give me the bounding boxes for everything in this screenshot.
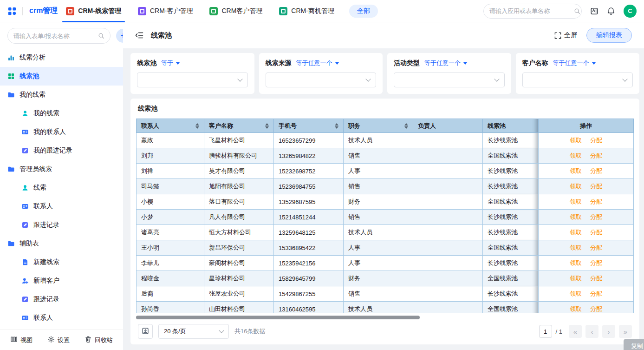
table-cell	[413, 256, 483, 271]
action-claim-link[interactable]: 领取	[570, 183, 582, 190]
action-assign-link[interactable]: 分配	[590, 183, 602, 190]
pagination-next-button[interactable]	[602, 325, 615, 338]
sidebar-item-6[interactable]: 管理员线索	[0, 160, 123, 178]
tab-0[interactable]: CRM-线索管理	[58, 0, 130, 22]
sidebar-item-13[interactable]: 跟进记录	[0, 290, 123, 309]
action-claim-link[interactable]: 领取	[570, 167, 582, 174]
action-claim-link[interactable]: 领取	[570, 198, 582, 205]
sidebar-footer-views[interactable]: 视图	[10, 336, 33, 344]
col-header-5: 线索池	[483, 119, 539, 133]
action-assign-link[interactable]: 分配	[590, 152, 602, 159]
action-assign-link[interactable]: 分配	[590, 290, 602, 297]
global-search[interactable]	[483, 4, 582, 19]
pagination-prev-button[interactable]	[585, 325, 598, 338]
fullscreen-button[interactable]: 全屏	[554, 31, 577, 40]
sidebar-item-0[interactable]: 线索分析	[0, 48, 123, 67]
sidebar-item-10[interactable]: 辅助表	[0, 234, 123, 253]
filter-condition[interactable]: 等于	[161, 59, 180, 67]
table-cell: 豪阁材料公司	[204, 256, 274, 271]
sidebar-item-14[interactable]: 联系人	[0, 309, 123, 327]
table-cell: 销售	[344, 179, 413, 194]
filter-select[interactable]	[137, 73, 248, 87]
user-avatar[interactable]: C	[624, 5, 637, 18]
scrollbar-thumb[interactable]	[136, 316, 420, 319]
app-center-icon[interactable]	[590, 7, 598, 15]
global-search-input[interactable]	[489, 7, 571, 14]
table-cell	[413, 148, 483, 164]
edit-report-button[interactable]: 编辑报表	[586, 28, 632, 43]
row-actions: 领取分配	[539, 271, 634, 286]
folder-icon	[7, 165, 15, 173]
action-assign-link[interactable]: 分配	[590, 213, 602, 220]
sidebar-item-1[interactable]: 线索池	[0, 67, 123, 86]
sidebar-item-4[interactable]: 我的联系人	[0, 123, 123, 141]
pagination-last-button[interactable]	[619, 325, 632, 338]
export-button[interactable]	[138, 324, 153, 339]
action-claim-link[interactable]: 领取	[570, 244, 582, 251]
table-cell: 长沙线索池	[483, 286, 539, 302]
table-cell: 长沙线索池	[483, 164, 539, 179]
table-cell: 刘邦	[137, 148, 204, 164]
sidebar-item-7[interactable]: 线索	[0, 178, 123, 197]
sort-icon[interactable]	[404, 123, 408, 129]
sort-icon[interactable]	[265, 123, 269, 129]
sort-icon[interactable]	[195, 123, 199, 129]
doc-icon	[21, 258, 29, 266]
action-assign-link[interactable]: 分配	[590, 167, 602, 174]
col-header-1[interactable]: 客户名称	[204, 119, 274, 133]
action-claim-link[interactable]: 领取	[570, 137, 582, 144]
sidebar-item-11[interactable]: 新建线索	[0, 253, 123, 271]
sidebar-item-8[interactable]: 联系人	[0, 197, 123, 216]
filter-condition[interactable]: 等于任意一个	[424, 59, 467, 67]
leads-table: 联系人客户名称手机号职务负责人线索池操作 嬴政飞星材料公司16523657299…	[136, 119, 634, 313]
app-title[interactable]: crm管理	[29, 6, 58, 16]
all-apps-button[interactable]: 全部	[349, 5, 378, 18]
sidebar-footer-settings[interactable]: 设置	[47, 336, 70, 344]
sidebar-search[interactable]	[7, 28, 111, 44]
tab-2[interactable]: CRM客户管理	[201, 0, 271, 22]
sidebar-search-input[interactable]	[13, 33, 95, 40]
filter-condition[interactable]: 等于任意一个	[296, 59, 339, 67]
action-claim-link[interactable]: 领取	[570, 305, 582, 312]
sidebar-footer-recycle-bin[interactable]: 回收站	[85, 336, 113, 344]
sort-icon[interactable]	[335, 123, 338, 129]
tab-3[interactable]: CRM-商机管理	[271, 0, 343, 22]
action-assign-link[interactable]: 分配	[590, 305, 602, 312]
action-claim-link[interactable]: 领取	[570, 275, 582, 282]
action-assign-link[interactable]: 分配	[590, 275, 602, 282]
sidebar-item-2[interactable]: 我的线索	[0, 86, 123, 104]
sidebar-item-12[interactable]: 新增客户	[0, 271, 123, 290]
table-cell: 英才有限公司	[204, 164, 274, 179]
action-claim-link[interactable]: 领取	[570, 290, 582, 297]
sidebar-item-3[interactable]: 我的线索	[0, 104, 123, 123]
page-size-select[interactable]: 20 条/页	[158, 324, 229, 339]
bell-icon[interactable]	[607, 7, 615, 15]
action-assign-link[interactable]: 分配	[590, 198, 602, 205]
action-assign-link[interactable]: 分配	[590, 137, 602, 144]
action-claim-link[interactable]: 领取	[570, 213, 582, 220]
col-header-0[interactable]: 联系人	[137, 119, 204, 133]
action-claim-link[interactable]: 领取	[570, 229, 582, 236]
action-assign-link[interactable]: 分配	[590, 229, 602, 236]
action-assign-link[interactable]: 分配	[590, 244, 602, 251]
pagination-first-button[interactable]	[569, 325, 582, 338]
action-assign-link[interactable]: 分配	[590, 259, 602, 266]
tab-1[interactable]: CRM-客户管理	[130, 0, 202, 22]
chevron-down-icon	[237, 76, 242, 81]
main-layout: + 线索分析线索池我的线索我的线索我的联系人我的跟进记录管理员线索线索联系人跟进…	[0, 22, 644, 350]
filter-select[interactable]	[266, 73, 377, 87]
sidebar-item-9[interactable]: 跟进记录	[0, 216, 123, 234]
action-claim-link[interactable]: 领取	[570, 259, 582, 266]
col-header-2[interactable]: 手机号	[274, 119, 344, 133]
table-row-7: 王小明新昌环保公司15336895422人事全国线索池领取分配	[137, 240, 634, 256]
sidebar-item-5[interactable]: 我的跟进记录	[0, 141, 123, 160]
collapse-menu-icon[interactable]	[135, 32, 143, 39]
col-header-3[interactable]: 职务	[344, 119, 413, 133]
filter-condition[interactable]: 等于任意一个	[553, 59, 596, 67]
filter-select[interactable]	[394, 73, 505, 87]
current-page-box[interactable]: 1	[539, 325, 552, 338]
action-claim-link[interactable]: 领取	[570, 152, 582, 159]
filter-select[interactable]	[522, 73, 633, 87]
copy-floating-button[interactable]: 复制	[624, 339, 644, 350]
app-logo[interactable]	[7, 7, 17, 16]
